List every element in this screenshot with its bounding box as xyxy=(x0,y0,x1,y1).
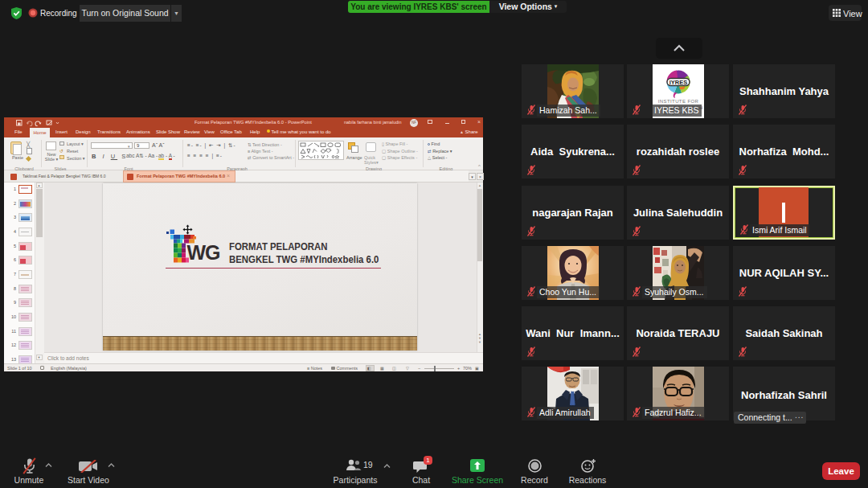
svg-text:INSTITUTE FOR: INSTITUTE FOR xyxy=(658,99,699,104)
svg-text:IYRES: IYRES xyxy=(669,79,688,86)
svg-text:WG: WG xyxy=(187,241,220,264)
